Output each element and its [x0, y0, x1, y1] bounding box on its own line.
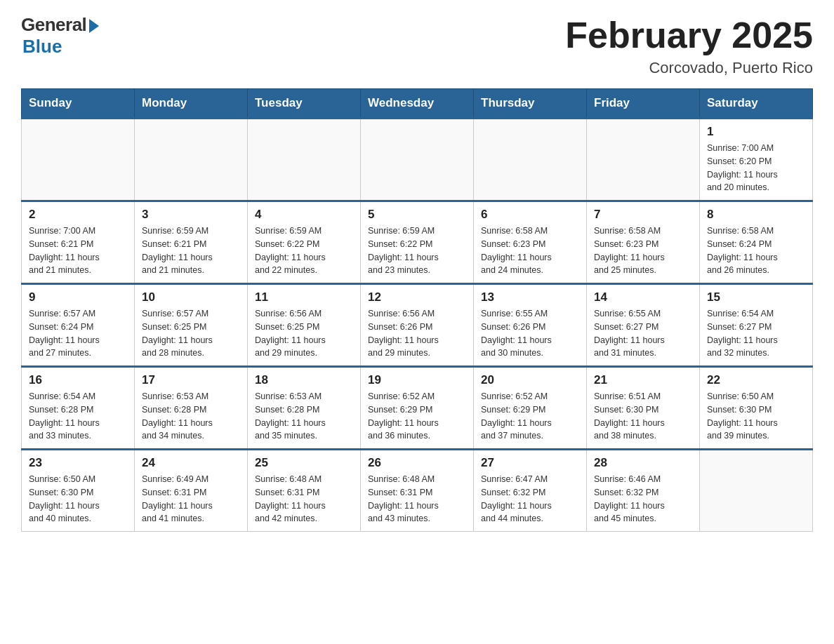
day-cell: 22Sunrise: 6:50 AM Sunset: 6:30 PM Dayli…	[700, 367, 813, 450]
day-cell	[361, 119, 474, 201]
week-row-5: 23Sunrise: 6:50 AM Sunset: 6:30 PM Dayli…	[22, 450, 813, 532]
day-number: 8	[707, 208, 805, 222]
day-info: Sunrise: 6:59 AM Sunset: 6:22 PM Dayligh…	[368, 224, 466, 277]
day-number: 22	[707, 373, 805, 387]
day-number: 26	[368, 456, 466, 470]
day-info: Sunrise: 6:59 AM Sunset: 6:22 PM Dayligh…	[255, 224, 353, 277]
day-cell: 26Sunrise: 6:48 AM Sunset: 6:31 PM Dayli…	[361, 450, 474, 532]
header-cell-tuesday: Tuesday	[248, 89, 361, 119]
day-cell: 27Sunrise: 6:47 AM Sunset: 6:32 PM Dayli…	[474, 450, 587, 532]
day-number: 15	[707, 290, 805, 304]
day-number: 17	[142, 373, 240, 387]
header-cell-thursday: Thursday	[474, 89, 587, 119]
week-row-4: 16Sunrise: 6:54 AM Sunset: 6:28 PM Dayli…	[22, 367, 813, 450]
day-info: Sunrise: 6:52 AM Sunset: 6:29 PM Dayligh…	[368, 390, 466, 443]
day-info: Sunrise: 6:59 AM Sunset: 6:21 PM Dayligh…	[142, 224, 240, 277]
calendar-header: SundayMondayTuesdayWednesdayThursdayFrid…	[22, 89, 813, 119]
day-number: 25	[255, 456, 353, 470]
day-number: 9	[29, 290, 127, 304]
header-cell-friday: Friday	[587, 89, 700, 119]
day-cell: 15Sunrise: 6:54 AM Sunset: 6:27 PM Dayli…	[700, 284, 813, 367]
day-cell: 24Sunrise: 6:49 AM Sunset: 6:31 PM Dayli…	[135, 450, 248, 532]
day-info: Sunrise: 6:58 AM Sunset: 6:23 PM Dayligh…	[481, 224, 579, 277]
day-info: Sunrise: 7:00 AM Sunset: 6:21 PM Dayligh…	[29, 224, 127, 277]
day-number: 23	[29, 456, 127, 470]
logo: General Blue	[21, 14, 99, 58]
day-cell: 9Sunrise: 6:57 AM Sunset: 6:24 PM Daylig…	[22, 284, 135, 367]
day-info: Sunrise: 6:56 AM Sunset: 6:25 PM Dayligh…	[255, 307, 353, 360]
title-area: February 2025 Corcovado, Puerto Rico	[565, 14, 813, 77]
day-cell: 10Sunrise: 6:57 AM Sunset: 6:25 PM Dayli…	[135, 284, 248, 367]
day-info: Sunrise: 6:54 AM Sunset: 6:28 PM Dayligh…	[29, 390, 127, 443]
header-cell-monday: Monday	[135, 89, 248, 119]
day-info: Sunrise: 6:53 AM Sunset: 6:28 PM Dayligh…	[255, 390, 353, 443]
day-cell	[587, 119, 700, 201]
day-number: 27	[481, 456, 579, 470]
day-number: 11	[255, 290, 353, 304]
day-number: 10	[142, 290, 240, 304]
day-number: 5	[368, 208, 466, 222]
day-info: Sunrise: 6:55 AM Sunset: 6:27 PM Dayligh…	[594, 307, 692, 360]
day-cell: 5Sunrise: 6:59 AM Sunset: 6:22 PM Daylig…	[361, 201, 474, 284]
day-number: 3	[142, 208, 240, 222]
day-cell: 14Sunrise: 6:55 AM Sunset: 6:27 PM Dayli…	[587, 284, 700, 367]
week-row-1: 1Sunrise: 7:00 AM Sunset: 6:20 PM Daylig…	[22, 119, 813, 201]
day-cell: 25Sunrise: 6:48 AM Sunset: 6:31 PM Dayli…	[248, 450, 361, 532]
day-info: Sunrise: 6:54 AM Sunset: 6:27 PM Dayligh…	[707, 307, 805, 360]
day-cell: 6Sunrise: 6:58 AM Sunset: 6:23 PM Daylig…	[474, 201, 587, 284]
day-cell: 7Sunrise: 6:58 AM Sunset: 6:23 PM Daylig…	[587, 201, 700, 284]
day-cell	[22, 119, 135, 201]
day-info: Sunrise: 6:56 AM Sunset: 6:26 PM Dayligh…	[368, 307, 466, 360]
day-number: 24	[142, 456, 240, 470]
header-row: SundayMondayTuesdayWednesdayThursdayFrid…	[22, 89, 813, 119]
day-info: Sunrise: 6:49 AM Sunset: 6:31 PM Dayligh…	[142, 473, 240, 525]
day-info: Sunrise: 6:57 AM Sunset: 6:25 PM Dayligh…	[142, 307, 240, 360]
day-number: 7	[594, 208, 692, 222]
logo-blue-text: Blue	[22, 36, 62, 58]
day-cell	[700, 450, 813, 532]
day-cell	[248, 119, 361, 201]
day-number: 4	[255, 208, 353, 222]
day-info: Sunrise: 6:58 AM Sunset: 6:24 PM Dayligh…	[707, 224, 805, 277]
day-cell: 12Sunrise: 6:56 AM Sunset: 6:26 PM Dayli…	[361, 284, 474, 367]
day-info: Sunrise: 6:51 AM Sunset: 6:30 PM Dayligh…	[594, 390, 692, 443]
day-info: Sunrise: 6:57 AM Sunset: 6:24 PM Dayligh…	[29, 307, 127, 360]
day-cell: 13Sunrise: 6:55 AM Sunset: 6:26 PM Dayli…	[474, 284, 587, 367]
day-cell: 21Sunrise: 6:51 AM Sunset: 6:30 PM Dayli…	[587, 367, 700, 450]
day-info: Sunrise: 6:46 AM Sunset: 6:32 PM Dayligh…	[594, 473, 692, 525]
calendar-title: February 2025	[565, 14, 813, 56]
day-info: Sunrise: 6:47 AM Sunset: 6:32 PM Dayligh…	[481, 473, 579, 525]
week-row-3: 9Sunrise: 6:57 AM Sunset: 6:24 PM Daylig…	[22, 284, 813, 367]
header: General Blue February 2025 Corcovado, Pu…	[21, 14, 813, 77]
day-number: 21	[594, 373, 692, 387]
day-cell: 4Sunrise: 6:59 AM Sunset: 6:22 PM Daylig…	[248, 201, 361, 284]
day-number: 1	[707, 125, 805, 139]
day-cell: 11Sunrise: 6:56 AM Sunset: 6:25 PM Dayli…	[248, 284, 361, 367]
day-number: 19	[368, 373, 466, 387]
day-cell: 20Sunrise: 6:52 AM Sunset: 6:29 PM Dayli…	[474, 367, 587, 450]
day-info: Sunrise: 6:50 AM Sunset: 6:30 PM Dayligh…	[707, 390, 805, 443]
day-number: 18	[255, 373, 353, 387]
logo-general-text: General	[21, 14, 86, 36]
day-cell: 16Sunrise: 6:54 AM Sunset: 6:28 PM Dayli…	[22, 367, 135, 450]
day-number: 13	[481, 290, 579, 304]
calendar-table: SundayMondayTuesdayWednesdayThursdayFrid…	[21, 88, 813, 532]
day-number: 2	[29, 208, 127, 222]
day-info: Sunrise: 6:48 AM Sunset: 6:31 PM Dayligh…	[255, 473, 353, 525]
day-cell	[135, 119, 248, 201]
day-info: Sunrise: 6:58 AM Sunset: 6:23 PM Dayligh…	[594, 224, 692, 277]
day-info: Sunrise: 6:52 AM Sunset: 6:29 PM Dayligh…	[481, 390, 579, 443]
day-cell: 8Sunrise: 6:58 AM Sunset: 6:24 PM Daylig…	[700, 201, 813, 284]
day-cell	[474, 119, 587, 201]
day-number: 28	[594, 456, 692, 470]
week-row-2: 2Sunrise: 7:00 AM Sunset: 6:21 PM Daylig…	[22, 201, 813, 284]
day-cell: 3Sunrise: 6:59 AM Sunset: 6:21 PM Daylig…	[135, 201, 248, 284]
day-cell: 19Sunrise: 6:52 AM Sunset: 6:29 PM Dayli…	[361, 367, 474, 450]
header-cell-sunday: Sunday	[22, 89, 135, 119]
day-info: Sunrise: 6:50 AM Sunset: 6:30 PM Dayligh…	[29, 473, 127, 525]
calendar-body: 1Sunrise: 7:00 AM Sunset: 6:20 PM Daylig…	[22, 119, 813, 532]
day-cell: 2Sunrise: 7:00 AM Sunset: 6:21 PM Daylig…	[22, 201, 135, 284]
logo-arrow-icon	[89, 19, 99, 33]
day-number: 14	[594, 290, 692, 304]
day-cell: 28Sunrise: 6:46 AM Sunset: 6:32 PM Dayli…	[587, 450, 700, 532]
